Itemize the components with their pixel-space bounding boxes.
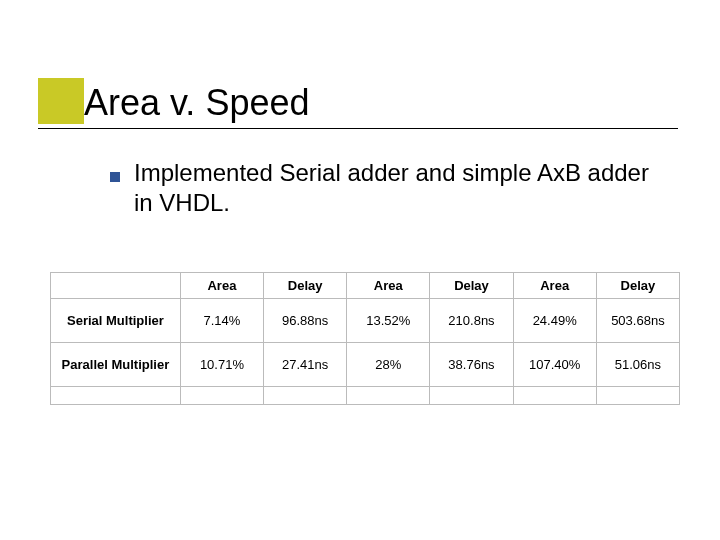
table-row-label: Parallel Multiplier — [51, 343, 181, 387]
table-cell — [513, 387, 596, 405]
table-row — [51, 387, 680, 405]
table-cell — [430, 387, 513, 405]
table-cell — [596, 387, 679, 405]
table-cell: 13.52% — [347, 299, 430, 343]
table-cell: 210.8ns — [430, 299, 513, 343]
table-header-cell: Area — [347, 273, 430, 299]
table-row: Parallel Multiplier 10.71% 27.41ns 28% 3… — [51, 343, 680, 387]
table-cell — [180, 387, 263, 405]
slide-title: Area v. Speed — [84, 82, 309, 124]
table-cell: 27.41ns — [264, 343, 347, 387]
table-cell: 10.71% — [180, 343, 263, 387]
table-cell — [264, 387, 347, 405]
table-header-cell: Delay — [264, 273, 347, 299]
table-cell: 38.76ns — [430, 343, 513, 387]
table-header-cell: Area — [513, 273, 596, 299]
table-row: Serial Multiplier 7.14% 96.88ns 13.52% 2… — [51, 299, 680, 343]
table-cell — [51, 387, 181, 405]
table-cell: 28% — [347, 343, 430, 387]
table-header-row: Area Delay Area Delay Area Delay — [51, 273, 680, 299]
table-row-label: Serial Multiplier — [51, 299, 181, 343]
table-header-cell: Area — [180, 273, 263, 299]
bullet-text: Implemented Serial adder and simple AxB … — [134, 158, 654, 218]
table-header-cell: Delay — [430, 273, 513, 299]
table-cell — [347, 387, 430, 405]
table-header-cell — [51, 273, 181, 299]
table-cell: 24.49% — [513, 299, 596, 343]
table-cell: 51.06ns — [596, 343, 679, 387]
table-cell: 7.14% — [180, 299, 263, 343]
comparison-table: Area Delay Area Delay Area Delay Serial … — [50, 272, 680, 405]
table-cell: 96.88ns — [264, 299, 347, 343]
title-underline — [38, 128, 678, 129]
table-cell: 503.68ns — [596, 299, 679, 343]
title-accent-box — [38, 78, 84, 124]
table-cell: 107.40% — [513, 343, 596, 387]
bullet-icon — [110, 172, 120, 182]
table-header-cell: Delay — [596, 273, 679, 299]
